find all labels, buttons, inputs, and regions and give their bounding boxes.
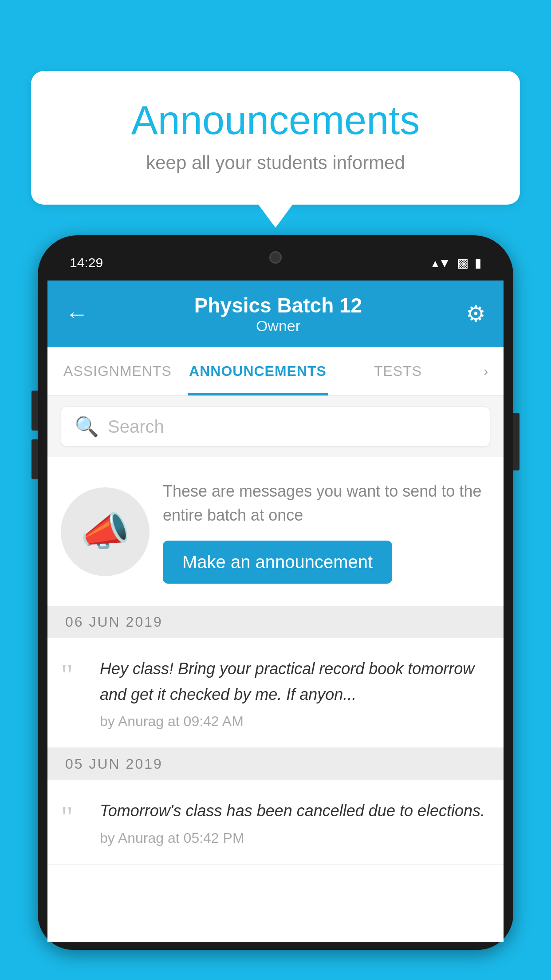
make-announcement-button[interactable]: Make an announcement xyxy=(163,541,392,584)
phone-mockup: 14:29 ▴▼ ▩ ▮ ← Physics Batch 12 Owner ⚙ xyxy=(38,235,513,980)
back-button[interactable]: ← xyxy=(65,300,88,327)
announcement-item-1: " Tomorrow's class has been cancelled du… xyxy=(47,780,504,865)
app-bar-title: Physics Batch 12 xyxy=(97,293,459,317)
tabs-bar: ASSIGNMENTS ANNOUNCEMENTS TESTS › xyxy=(47,347,504,396)
speech-bubble-card: Announcements keep all your students inf… xyxy=(31,71,520,205)
cta-right: These are messages you want to send to t… xyxy=(163,479,486,584)
volume-up-button[interactable] xyxy=(31,391,38,431)
announcement-cta: 📣 These are messages you want to send to… xyxy=(47,457,504,606)
tab-tests[interactable]: TESTS xyxy=(328,347,468,395)
quote-icon: " xyxy=(61,660,87,690)
signal-icon: ▩ xyxy=(457,256,468,270)
announcement-text-1[interactable]: Tomorrow's class has been cancelled due … xyxy=(100,798,486,824)
volume-down-button[interactable] xyxy=(31,439,38,479)
megaphone-icon: 📣 xyxy=(80,508,130,555)
app-bar: ← Physics Batch 12 Owner ⚙ xyxy=(47,281,504,347)
tab-announcements[interactable]: ANNOUNCEMENTS xyxy=(188,347,328,395)
notch xyxy=(236,245,315,269)
wifi-icon: ▴▼ xyxy=(432,256,451,270)
announcement-item-0: " Hey class! Bring your practical record… xyxy=(47,638,504,748)
phone-screen: ← Physics Batch 12 Owner ⚙ ASSIGNMENTS A… xyxy=(47,281,504,942)
search-input[interactable]: Search xyxy=(108,417,164,437)
announcement-text-0[interactable]: Hey class! Bring your practical record b… xyxy=(100,656,486,707)
bubble-title: Announcements xyxy=(67,98,484,143)
app-bar-subtitle: Owner xyxy=(97,317,459,335)
status-icons: ▴▼ ▩ ▮ xyxy=(432,256,481,270)
search-icon: 🔍 xyxy=(75,415,99,438)
search-container: 🔍 Search xyxy=(47,396,504,457)
date-separator-june6: 06 JUN 2019 xyxy=(47,606,504,638)
battery-icon: ▮ xyxy=(475,256,481,270)
announcement-meta-0: by Anurag at 09:42 AM xyxy=(100,713,486,730)
status-time: 14:29 xyxy=(70,255,103,270)
megaphone-circle: 📣 xyxy=(61,487,150,576)
status-bar: 14:29 ▴▼ ▩ ▮ xyxy=(47,245,504,281)
announcement-content-0: Hey class! Bring your practical record b… xyxy=(100,656,486,730)
bubble-subtitle: keep all your students informed xyxy=(67,152,484,174)
search-bar[interactable]: 🔍 Search xyxy=(61,407,490,447)
date-separator-june5: 05 JUN 2019 xyxy=(47,748,504,780)
cta-description: These are messages you want to send to t… xyxy=(163,479,486,527)
camera xyxy=(269,251,282,264)
power-button[interactable] xyxy=(513,413,520,470)
speech-bubble-section: Announcements keep all your students inf… xyxy=(31,71,520,205)
announcement-meta-1: by Anurag at 05:42 PM xyxy=(100,830,486,846)
tab-assignments[interactable]: ASSIGNMENTS xyxy=(47,347,188,395)
announcement-content-1: Tomorrow's class has been cancelled due … xyxy=(100,798,486,846)
settings-icon[interactable]: ⚙ xyxy=(466,301,486,327)
quote-icon-2: " xyxy=(61,802,87,832)
tab-more-icon[interactable]: › xyxy=(468,347,504,395)
phone-outer: 14:29 ▴▼ ▩ ▮ ← Physics Batch 12 Owner ⚙ xyxy=(38,235,513,950)
app-bar-title-group: Physics Batch 12 Owner xyxy=(97,293,459,335)
